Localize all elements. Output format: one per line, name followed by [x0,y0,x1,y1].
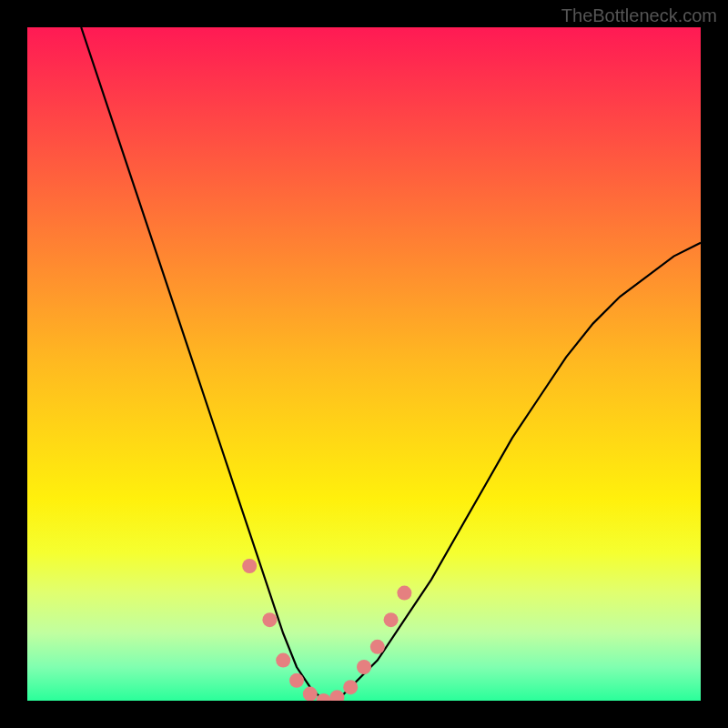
highlight-dot [303,687,318,701]
highlight-dot [289,673,304,688]
highlight-dot [276,653,290,668]
highlight-dots [242,559,411,701]
plot-area [27,27,701,701]
highlight-dot [262,612,277,627]
highlight-dot [329,690,344,701]
chart-svg [27,27,701,701]
highlight-dot [357,660,371,674]
highlight-dot [242,559,257,573]
highlight-dot [397,586,411,601]
highlight-dot [370,640,385,654]
bottleneck-curve [81,27,701,701]
watermark-text: TheBottleneck.com [561,5,717,26]
highlight-dot [384,612,399,627]
highlight-dot [343,680,358,694]
